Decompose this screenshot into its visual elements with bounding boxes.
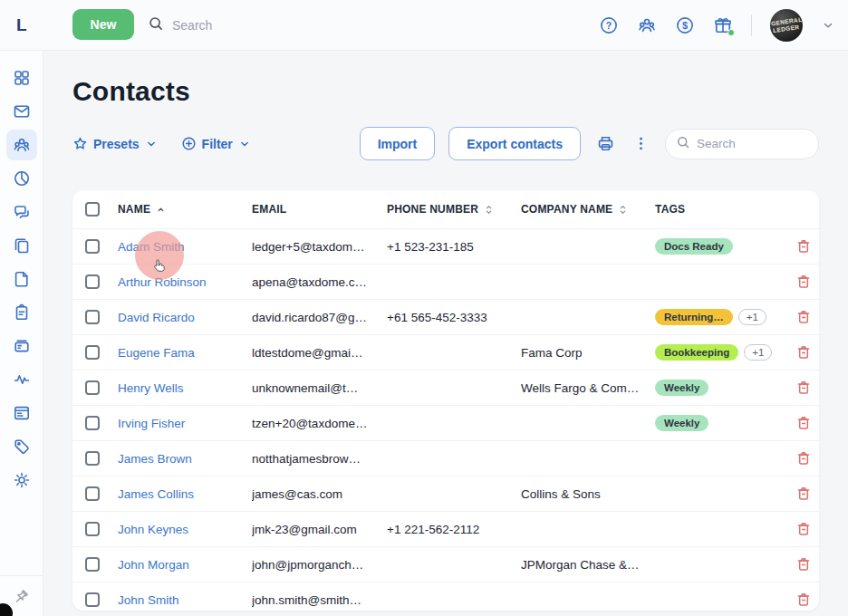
column-header-company-name[interactable]: COMPANY NAME: [521, 203, 655, 216]
sidebar-item-mail[interactable]: [6, 96, 37, 127]
tags-cell: Docs Ready: [655, 238, 787, 255]
import-button[interactable]: Import: [360, 127, 436, 160]
column-header-name[interactable]: NAME: [118, 203, 252, 216]
delete-contact-button[interactable]: [795, 521, 812, 537]
presets-dropdown[interactable]: Presets: [72, 136, 158, 151]
svg-text:?: ?: [606, 21, 612, 31]
row-checkbox[interactable]: [85, 345, 100, 360]
sidebar-item-dashboard[interactable]: [6, 63, 37, 93]
delete-contact-button[interactable]: [795, 344, 812, 361]
contact-name-link[interactable]: David Ricardo: [118, 311, 195, 324]
delete-contact-button[interactable]: [795, 450, 812, 467]
column-header-phone-number[interactable]: PHONE NUMBER: [387, 203, 521, 216]
contact-name-link[interactable]: James Brown: [118, 452, 192, 466]
table-header-row: NAMEEMAILPHONE NUMBERCOMPANY NAMETAGS: [72, 190, 819, 228]
sidebar-item-documents[interactable]: [6, 230, 37, 261]
tags-cell: Bookkeeping+1: [655, 344, 787, 361]
new-button[interactable]: New: [72, 9, 134, 40]
activity-icon: [13, 371, 31, 389]
sidebar-item-file[interactable]: [6, 264, 37, 294]
tag-overflow-pill[interactable]: +1: [744, 344, 772, 361]
row-checkbox[interactable]: [85, 451, 100, 466]
svg-text:$: $: [682, 20, 688, 31]
sidebar-item-news[interactable]: [6, 398, 37, 428]
table-search[interactable]: [665, 129, 819, 159]
row-checkbox[interactable]: [85, 416, 100, 430]
column-label: COMPANY NAME: [521, 203, 612, 216]
sidebar-item-activity[interactable]: [6, 364, 37, 395]
row-checkbox-cell: [72, 592, 118, 607]
contact-name-link[interactable]: James Collins: [118, 487, 194, 501]
phone-cell: +61 565-452-3333: [387, 311, 521, 324]
delete-contact-button[interactable]: [795, 556, 812, 573]
row-checkbox[interactable]: [85, 592, 100, 607]
main-content: Contacts Presets Filter Import Export co…: [43, 51, 848, 616]
column-header-tags[interactable]: TAGS: [655, 203, 787, 216]
filter-dropdown[interactable]: Filter: [181, 136, 251, 151]
delete-contact-button[interactable]: [795, 415, 812, 431]
print-button[interactable]: [594, 132, 617, 155]
chevron-down-icon[interactable]: [821, 18, 835, 33]
row-checkbox[interactable]: [85, 380, 100, 395]
delete-contact-button[interactable]: [795, 592, 812, 608]
notification-dot: [728, 29, 735, 36]
table-row: Eugene Famaldtestdome@gmai…Fama CorpBook…: [72, 334, 819, 370]
gift-icon[interactable]: [713, 15, 733, 35]
contact-name-link[interactable]: John Morgan: [118, 558, 189, 572]
row-checkbox[interactable]: [85, 486, 100, 501]
email-cell: ldtestdome@gmai…: [252, 346, 387, 360]
delete-contact-button[interactable]: [795, 274, 812, 290]
email-cell: ledger+5@taxdom…: [252, 240, 387, 254]
tag-pill: Weekly: [655, 415, 708, 431]
row-checkbox-cell: [72, 239, 118, 254]
sidebar-item-chat[interactable]: [6, 197, 37, 227]
contact-name-link[interactable]: John Keynes: [118, 523, 188, 536]
contact-name-link[interactable]: John Smith: [118, 593, 179, 607]
dollar-icon[interactable]: $: [675, 15, 695, 35]
contact-name-link[interactable]: Irving Fisher: [118, 417, 185, 430]
row-checkbox[interactable]: [85, 274, 100, 289]
contact-name-link[interactable]: Arthur Robinson: [118, 275, 207, 289]
contact-name-link[interactable]: Henry Wells: [118, 381, 184, 395]
global-search[interactable]: [148, 12, 308, 39]
contact-name-link[interactable]: Adam Smith: [118, 240, 185, 254]
row-checkbox[interactable]: [85, 310, 100, 324]
more-options-button[interactable]: [631, 133, 651, 154]
global-search-input[interactable]: [172, 18, 308, 33]
tags-cell: Returning…+1: [655, 309, 787, 325]
delete-contact-button[interactable]: [795, 380, 812, 396]
table-row: David Ricardodavid.ricardo87@g…+61 565-4…: [72, 299, 819, 334]
table-search-input[interactable]: [697, 137, 798, 150]
account-avatar[interactable]: GENERAL LEDGER: [770, 9, 803, 42]
row-checkbox[interactable]: [85, 557, 100, 572]
export-contacts-button[interactable]: Export contacts: [448, 127, 581, 160]
star-icon: [72, 136, 88, 151]
tags-cell: Weekly: [655, 415, 787, 431]
select-all-checkbox[interactable]: [85, 202, 100, 217]
row-checkbox-cell: [72, 345, 118, 360]
delete-contact-button[interactable]: [795, 309, 812, 325]
contact-name-link[interactable]: Eugene Fama: [118, 346, 195, 360]
sidebar-item-tag[interactable]: [6, 431, 37, 462]
billing-icon: [13, 337, 31, 355]
row-checkbox-cell: [72, 274, 118, 289]
search-icon: [676, 135, 690, 153]
email-cell: apena@taxdome.c…: [252, 275, 387, 289]
table-row: James Collinsjames@cas.comCollins & Sons: [72, 476, 819, 511]
help-icon[interactable]: ?: [599, 15, 619, 35]
row-checkbox[interactable]: [85, 522, 100, 536]
delete-contact-button[interactable]: [795, 486, 812, 502]
tag-overflow-pill[interactable]: +1: [738, 309, 766, 325]
sidebar-item-contacts[interactable]: [6, 130, 37, 160]
community-icon[interactable]: [637, 15, 657, 35]
row-checkbox[interactable]: [85, 239, 100, 254]
sort-asc-icon: [155, 204, 167, 216]
sidebar-item-billing[interactable]: [6, 331, 37, 361]
app-logo[interactable]: L: [16, 15, 27, 35]
column-header-email[interactable]: EMAIL: [252, 203, 387, 216]
email-cell: unknownemail@t…: [252, 381, 387, 395]
sidebar-item-pie-chart[interactable]: [6, 163, 37, 194]
sidebar-item-settings[interactable]: [6, 465, 37, 496]
sidebar-item-clipboard[interactable]: [6, 297, 37, 328]
delete-contact-button[interactable]: [795, 238, 812, 255]
